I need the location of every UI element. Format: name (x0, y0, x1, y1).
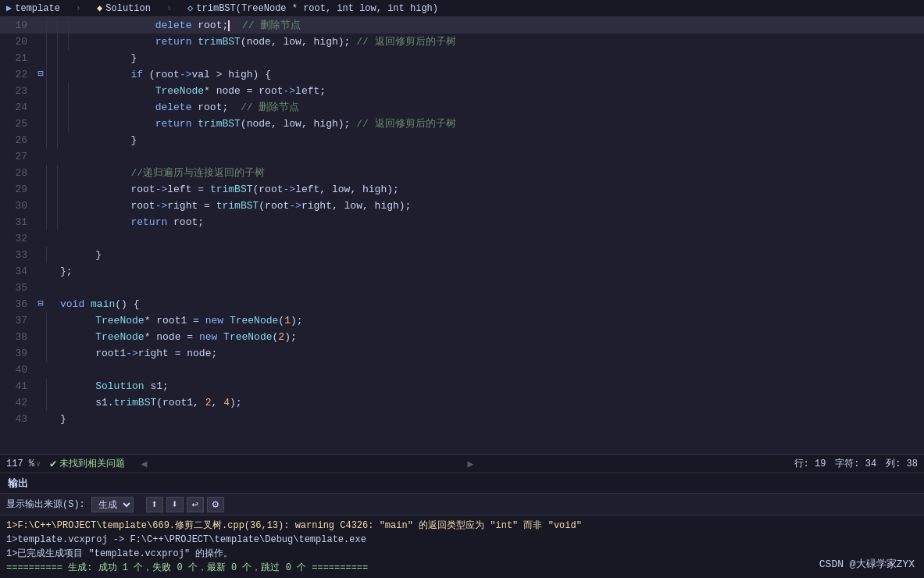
scroll-right-button[interactable]: ▶ (468, 458, 474, 470)
output-icon-group: ⬆ ⬇ ↩ ⚙ (146, 497, 224, 512)
line-num-31: 31 (0, 214, 35, 230)
scroll-left-button[interactable]: ◀ (141, 458, 147, 470)
line-num-35: 35 (0, 280, 35, 296)
line-content-39: root1->right = node; (68, 345, 924, 362)
title-template[interactable]: ▶ template (6, 2, 60, 14)
line-num-40: 40 (0, 362, 35, 378)
ok-icon: ✔ (50, 457, 56, 470)
line-num-27: 27 (0, 148, 35, 165)
line-content-38: TreeNode* node = new TreeNode(2); (68, 329, 924, 345)
code-line-43: 43 } (0, 411, 924, 427)
code-line-37: 37 TreeNode* root1 = new TreeNode(1); (0, 312, 924, 329)
output-line-4: ========== 生成: 成功 1 个，失败 0 个，最新 0 个，跳过 0… (6, 561, 918, 575)
code-line-39: 39 root1->right = node; (0, 345, 924, 362)
code-line-24: 24 delete root; // 删除节点 (0, 99, 924, 116)
code-line-23: 23 TreeNode* node = root->left; (0, 83, 924, 99)
line-num-34: 34 (0, 263, 35, 280)
line-num-28: 28 (0, 165, 35, 181)
line-num-20: 20 (0, 34, 35, 50)
code-line-33: 33 } (0, 247, 924, 263)
line-content-22: if (root->val > high) { (79, 66, 924, 83)
code-line-31: 31 return root; (0, 214, 924, 230)
line-content-28: //递归遍历与连接返回的子树 (79, 165, 924, 181)
function-icon: ◇ (187, 2, 193, 14)
line-num-36: 36 (0, 296, 35, 312)
separator-1: › (76, 3, 81, 14)
status-bar: 117 % ∨ ✔ 未找到相关问题 ◀ ▶ 行: 19 字符: 34 列: 38 (0, 454, 924, 473)
output-header: 输出 (0, 473, 924, 494)
zoom-chevron: ∨ (36, 459, 41, 469)
output-toolbar: 显示输出来源(S): 生成 ⬆ ⬇ ↩ ⚙ (0, 494, 924, 516)
code-line-26: 26 } (0, 132, 924, 148)
line-content-25: return trimBST(node, low, high); // 返回修剪… (79, 116, 924, 132)
code-line-38: 38 TreeNode* node = new TreeNode(2); (0, 329, 924, 345)
title-bar: ▶ template › ◆ Solution › ◇ trimBST(Tree… (0, 0, 924, 17)
line-content-37: TreeNode* root1 = new TreeNode(1); (68, 312, 924, 329)
code-line-34: 34 }; (0, 263, 924, 280)
code-line-42: 42 s1.trimBST(root1, 2, 4); (0, 394, 924, 411)
output-source-select[interactable]: 生成 (91, 497, 134, 512)
zoom-control[interactable]: 117 % ∨ (6, 458, 41, 469)
code-line-35: 35 (0, 280, 924, 296)
line-content-21: } (79, 50, 924, 66)
solution-icon: ◆ (97, 2, 102, 14)
code-line-28: 28 //递归遍历与连接返回的子树 (0, 165, 924, 181)
line-num-29: 29 (0, 181, 35, 198)
code-line-29: 29 root->left = trimBST(root->left, low,… (0, 181, 924, 198)
code-line-36: 36 ⊟ void main() { (0, 296, 924, 312)
line-num-26: 26 (0, 132, 35, 148)
ok-text: 未找到相关问题 (59, 457, 125, 470)
title-solution[interactable]: ◆ Solution (97, 2, 151, 14)
line-content-19: delete root; // 删除节点 (79, 17, 924, 34)
line-content-36: void main() { (57, 296, 924, 312)
output-panel: 输出 显示输出来源(S): 生成 ⬆ ⬇ ↩ ⚙ 1>F:\C++\PROJEC… (0, 473, 924, 578)
line-num-41: 41 (0, 378, 35, 394)
line-content-29: root->left = trimBST(root->left, low, hi… (79, 181, 924, 198)
output-icon-3[interactable]: ↩ (187, 497, 204, 512)
output-line-3: 1>已完成生成项目 "template.vcxproj" 的操作。 (6, 547, 918, 561)
output-line-2: 1>template.vcxproj -> F:\C++\PROJECT\tem… (6, 533, 918, 547)
code-area[interactable]: 19 delete root; // 删除节点 20 return trimBS… (0, 17, 924, 454)
row-indicator: 行: 19 (794, 457, 826, 470)
status-ok-indicator: ✔ 未找到相关问题 (50, 457, 125, 470)
line-num-42: 42 (0, 394, 35, 411)
line-num-21: 21 (0, 50, 35, 66)
line-num-22: 22 (0, 66, 35, 83)
code-editor: 19 delete root; // 删除节点 20 return trimBS… (0, 17, 924, 454)
line-num-38: 38 (0, 329, 35, 345)
line-num-23: 23 (0, 83, 35, 99)
line-num-19: 19 (0, 17, 35, 34)
line-num-39: 39 (0, 345, 35, 362)
code-line-41: 41 Solution s1; (0, 378, 924, 394)
line-content-20: return trimBST(node, low, high); // 返回修剪… (79, 34, 924, 50)
line-content-35 (46, 280, 924, 296)
output-title: 输出 (8, 476, 28, 491)
output-line-1: 1>F:\C++\PROJECT\template\669.修剪二叉树.cpp(… (6, 519, 918, 533)
separator-2: › (166, 3, 172, 14)
code-line-32: 32 (0, 230, 924, 247)
line-content-42: s1.trimBST(root1, 2, 4); (68, 394, 924, 411)
line-num-24: 24 (0, 99, 35, 116)
char-indicator: 字符: 34 (835, 457, 876, 470)
output-icon-2[interactable]: ⬇ (166, 497, 184, 512)
output-icon-4[interactable]: ⚙ (207, 497, 224, 512)
code-line-20: 20 return trimBST(node, low, high); // 返… (0, 34, 924, 50)
zoom-value: 117 % (6, 458, 34, 469)
line-content-31: return root; (79, 214, 924, 230)
line-content-43: } (57, 411, 924, 427)
line-content-41: Solution s1; (68, 378, 924, 394)
output-icon-1[interactable]: ⬆ (146, 497, 163, 512)
line-content-33: } (68, 247, 924, 263)
line-content-30: root->right = trimBST(root->right, low, … (79, 198, 924, 214)
title-function[interactable]: ◇ trimBST(TreeNode * root, int low, int … (187, 2, 438, 14)
code-line-27: 27 (0, 148, 924, 165)
template-icon: ▶ (6, 2, 12, 14)
line-num-25: 25 (0, 116, 35, 132)
line-content-27 (79, 148, 924, 165)
line-content-32 (57, 230, 924, 247)
col-indicator: 列: 38 (886, 457, 918, 470)
line-content-34: }; (57, 263, 924, 280)
line-num-32: 32 (0, 230, 35, 247)
output-content: 1>F:\C++\PROJECT\template\669.修剪二叉树.cpp(… (0, 516, 924, 578)
code-line-21: 21 } (0, 50, 924, 66)
